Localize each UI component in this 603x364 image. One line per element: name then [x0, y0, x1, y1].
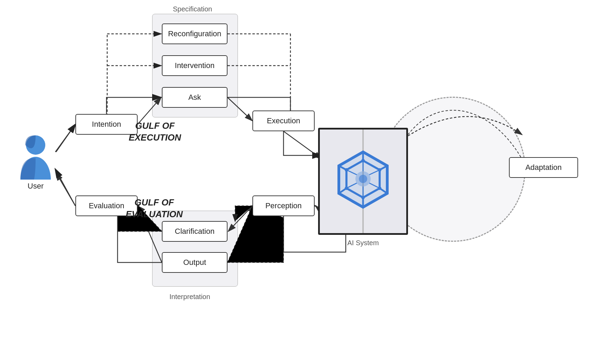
svg-point-33: [359, 175, 367, 183]
svg-line-55: [55, 124, 75, 152]
svg-line-11: [284, 131, 322, 159]
svg-point-43: [361, 196, 365, 199]
svg-line-17: [56, 173, 75, 206]
user-head-icon: [25, 135, 46, 155]
specification-label: Specification: [173, 5, 212, 13]
svg-point-45: [345, 168, 348, 172]
reconfiguration-box: Reconfiguration: [162, 23, 228, 44]
interpretation-label: Interpretation: [169, 293, 210, 301]
svg-line-54: [55, 169, 75, 206]
svg-line-18: [56, 124, 75, 152]
ai-system-label: AI System: [318, 239, 408, 247]
diagram: Specification Interpretation Reconfigura…: [0, 0, 603, 364]
output-box: Output: [162, 252, 228, 273]
user-figure: User: [19, 135, 52, 191]
svg-point-42: [378, 186, 381, 190]
ai-brain-icon: [328, 149, 398, 214]
gulf-evaluation-label: GULF OFEVALUATION: [116, 197, 192, 220]
clarification-box: Clarification: [162, 221, 228, 242]
ask-box: Ask: [162, 87, 228, 108]
user-label: User: [28, 182, 44, 191]
svg-point-44: [345, 186, 348, 190]
gulf-execution-label: GULF OFEXECUTION: [120, 120, 189, 144]
ai-system-container: [318, 128, 408, 235]
adaptation-box: Adaptation: [509, 157, 578, 178]
intervention-box: Intervention: [162, 55, 228, 76]
execution-box: Execution: [252, 111, 315, 131]
user-body-icon: [19, 157, 52, 180]
perception-box: Perception: [252, 195, 315, 216]
svg-point-40: [361, 159, 365, 162]
svg-point-41: [378, 168, 381, 172]
